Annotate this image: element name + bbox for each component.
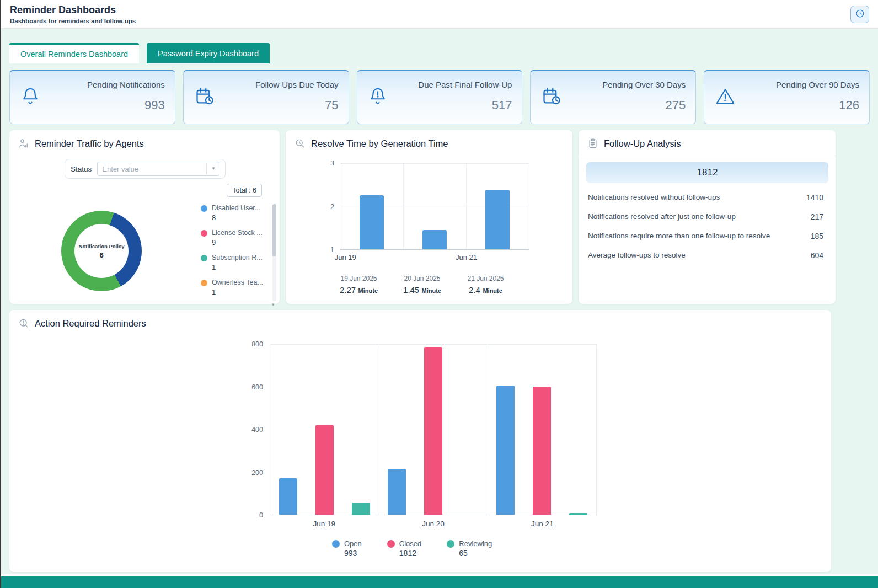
action-bar-groups <box>270 345 596 515</box>
legend-label: Disabled User... <box>212 204 260 212</box>
agents-legend: Disabled User... 8 License Stock ... 9 <box>201 204 271 302</box>
followup-row-value: 1410 <box>806 193 823 202</box>
y-axis-tick: 2 <box>320 203 334 211</box>
action-legend: Open 993 Closed 1812 Reviewing 65 <box>332 539 492 558</box>
resolve-bar <box>422 230 447 249</box>
resolve-bars <box>340 164 529 249</box>
action-bar-open <box>496 386 515 515</box>
status-filter-placeholder: Enter value <box>102 165 138 173</box>
resolve-stat: 20 Jun 2025 1.45 Minute <box>390 275 454 295</box>
legend-dot <box>201 280 207 286</box>
stat-unit: Minute <box>483 287 502 294</box>
donut-center-label: Notification Policy <box>79 243 125 249</box>
resolve-bar <box>485 190 510 250</box>
tab-overall-reminders[interactable]: Overall Reminders Dashboard <box>9 43 139 63</box>
kpi-label: Pending Notifications <box>20 80 165 89</box>
kpi-label: Pending Over 90 Days <box>714 80 859 89</box>
legend-scrollbar[interactable] <box>272 204 276 301</box>
bar-group <box>488 345 596 515</box>
legend-text: Open 993 <box>344 539 362 558</box>
donut-center: Notification Policy 6 <box>74 224 129 278</box>
resolve-stats: 19 Jun 2025 2.27 Minute 20 Jun 2025 1.45… <box>327 275 517 295</box>
legend-item-open[interactable]: Open 993 <box>332 539 362 558</box>
panel-title: Follow-Up Analysis <box>604 138 681 149</box>
resolve-time-panel: Resolve Time by Generation Time 3 2 1 Ju… <box>286 130 572 304</box>
resolve-plot-area <box>340 163 529 250</box>
stat-value: 1.45 <box>403 285 419 295</box>
middle-panels-row: Reminder Traffic by Agents Status Enter … <box>9 130 836 304</box>
reminder-dashboards-app: Reminder Dashboards Dashboards for remin… <box>0 0 878 588</box>
chevron-down-icon: ▼ <box>206 163 216 174</box>
legend-item-closed[interactable]: Closed 1812 <box>387 539 421 558</box>
y-axis-tick: 600 <box>244 383 263 391</box>
stat-unit: Minute <box>358 287 378 294</box>
legend-text: Ownerless Tea... 1 <box>212 279 263 296</box>
kpi-card-pending-over-30-days: Pending Over 30 Days 275 <box>530 70 696 124</box>
action-bar-open <box>279 478 297 515</box>
page-subtitle: Dashboards for reminders and follow-ups <box>10 18 136 24</box>
action-bar-reviewing <box>569 513 587 515</box>
reminder-settings-button[interactable] <box>850 6 869 23</box>
panel-title: Reminder Traffic by Agents <box>35 138 144 149</box>
y-axis-tick: 400 <box>244 426 263 434</box>
legend-value: 65 <box>459 549 492 558</box>
legend-dot <box>332 540 340 548</box>
page-title: Reminder Dashboards <box>10 4 136 16</box>
kpi-label: Due Past Final Follow-Up <box>367 80 512 89</box>
resolve-stat: 21 Jun 2025 2.4 Minute <box>454 275 517 295</box>
footer-teal-strip <box>1 576 878 588</box>
legend-scrollbar-thumb[interactable] <box>272 204 276 256</box>
clipboard-icon <box>587 138 598 149</box>
followup-row-label: Notifications resolved after just one fo… <box>588 212 743 221</box>
legend-text: Closed 1812 <box>399 539 421 558</box>
status-filter-select[interactable]: Enter value ▼ <box>97 162 220 176</box>
legend-value: 1 <box>212 263 263 271</box>
y-axis-tick: 0 <box>244 511 263 519</box>
scroll-down-arrow-icon[interactable]: ▼ <box>271 302 275 307</box>
followup-row-value: 217 <box>811 212 823 221</box>
followup-row-value: 185 <box>811 232 823 240</box>
action-bar-closed <box>315 425 334 515</box>
action-required-panel: Action Required Reminders 800 600 400 20… <box>9 310 831 572</box>
action-bar-closed <box>533 387 551 515</box>
legend-dot <box>387 540 395 548</box>
action-plot-area <box>270 344 597 515</box>
legend-value: 8 <box>212 213 260 222</box>
legend-dot <box>201 230 207 237</box>
kpi-value: 517 <box>367 98 512 113</box>
kpi-card-followups-due-today: Follow-Ups Due Today 75 <box>183 70 349 124</box>
x-axis-label: Jun 20 <box>379 520 488 528</box>
legend-item-disabled-users[interactable]: Disabled User... 8 <box>201 204 271 222</box>
stat-date: 21 Jun 2025 <box>454 275 517 282</box>
panel-header: Reminder Traffic by Agents <box>9 130 280 154</box>
alert-search-icon <box>18 318 29 329</box>
kpi-card-pending-over-90-days: Pending Over 90 Days 126 <box>704 70 870 124</box>
legend-item-reviewing[interactable]: Reviewing 65 <box>447 539 492 558</box>
total-badge: Total : 6 <box>227 184 262 197</box>
panel-title: Resolve Time by Generation Time <box>311 138 448 149</box>
followup-row: Notifications resolved without follow-up… <box>579 188 836 207</box>
tab-password-expiry[interactable]: Password Expiry Dashboard <box>147 43 270 63</box>
legend-value: 1812 <box>399 549 421 558</box>
followup-row-value: 604 <box>811 251 823 260</box>
kpi-value: 993 <box>20 98 165 113</box>
legend-item-license-stock[interactable]: License Stock ... 9 <box>201 229 271 247</box>
kpi-card-pending-notifications: Pending Notifications 993 <box>9 70 175 124</box>
legend-text: Disabled User... 8 <box>212 204 260 222</box>
legend-item-ownerless-teams[interactable]: Ownerless Tea... 1 <box>201 279 271 296</box>
kpi-value: 275 <box>540 98 686 113</box>
legend-item-subscription[interactable]: Subscription R... 1 <box>201 254 271 271</box>
donut-center-value: 6 <box>99 251 103 259</box>
bar-group <box>270 345 379 515</box>
y-axis-tick: 3 <box>320 159 334 167</box>
kpi-label: Follow-Ups Due Today <box>194 80 339 89</box>
followup-row-label: Notifications resolved without follow-up… <box>588 193 727 201</box>
legend-dot <box>201 255 207 261</box>
kpi-row: Pending Notifications 993 Follow-Ups Due… <box>9 70 870 124</box>
legend-label: Open <box>344 539 362 548</box>
y-axis-tick: 800 <box>244 340 263 348</box>
legend-label: Ownerless Tea... <box>212 279 263 287</box>
reminder-traffic-panel: Reminder Traffic by Agents Status Enter … <box>9 130 280 304</box>
followup-row-label: Notifications require more than one foll… <box>588 232 778 240</box>
magnifier-clock-icon <box>295 138 306 149</box>
